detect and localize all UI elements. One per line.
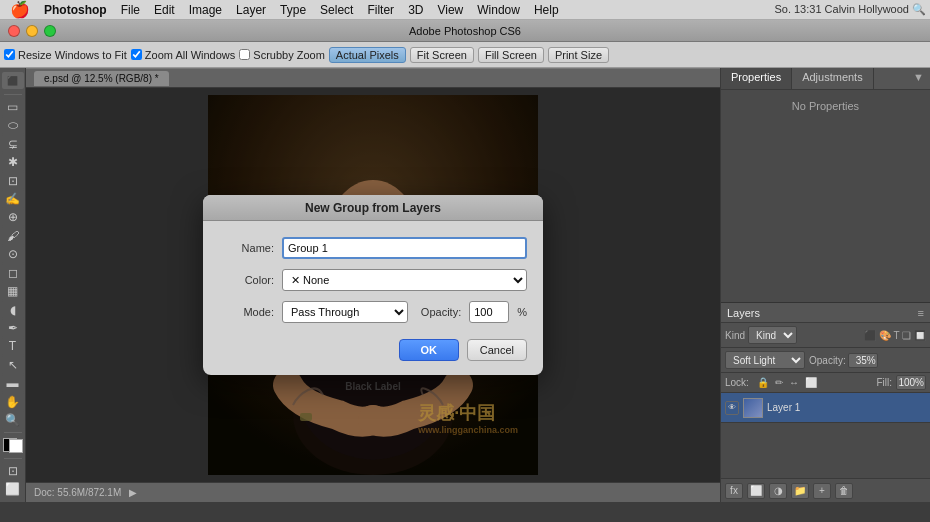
options-bar: Resize Windows to Fit Zoom All Windows S…	[0, 42, 930, 68]
tool-clone[interactable]: ⊙	[2, 246, 24, 263]
fill-input[interactable]	[896, 375, 926, 390]
main-layout: ⬛ ▭ ⬭ ⊊ ✱ ⊡ ✍ ⊕ 🖌 ⊙ ◻ ▦ ◖ ✒ T ↖ ▬ ✋ 🔍 ⊡ …	[0, 68, 930, 502]
tool-lasso[interactable]: ⊊	[2, 135, 24, 152]
layer-mask-button[interactable]: ⬜	[747, 483, 765, 499]
menu-view[interactable]: View	[431, 2, 469, 18]
tool-shape[interactable]: ▬	[2, 375, 24, 392]
tool-dodge[interactable]: ◖	[2, 301, 24, 318]
doc-status: Doc: 55.6M/872.1M	[34, 487, 121, 498]
tool-hand[interactable]: ✋	[2, 393, 24, 410]
menu-filter[interactable]: Filter	[361, 2, 400, 18]
layer-visibility-toggle[interactable]: 👁	[725, 401, 739, 415]
dialog-opacity-input[interactable]	[469, 301, 509, 323]
dialog-name-input[interactable]	[282, 237, 527, 259]
tool-zoom[interactable]: 🔍	[2, 411, 24, 428]
dialog-ok-button[interactable]: OK	[399, 339, 459, 361]
tool-quick-mask[interactable]: ⊡	[2, 462, 24, 479]
scrubby-zoom-checkbox[interactable]: Scrubby Zoom	[239, 49, 325, 61]
resize-windows-checkbox[interactable]: Resize Windows to Fit	[4, 49, 127, 61]
menu-layer[interactable]: Layer	[230, 2, 272, 18]
menu-type[interactable]: Type	[274, 2, 312, 18]
layer-group-button[interactable]: 📁	[791, 483, 809, 499]
dialog-overlay: New Group from Layers Name: Color: ✕ Non…	[26, 88, 720, 482]
actual-pixels-button[interactable]: Actual Pixels	[329, 47, 406, 63]
dialog-name-row: Name:	[219, 237, 527, 259]
layer-fx-button[interactable]: fx	[725, 483, 743, 499]
layers-header: Layers ≡	[721, 303, 930, 323]
layers-kind-select[interactable]: Kind	[748, 326, 797, 344]
tool-pen[interactable]: ✒	[2, 319, 24, 336]
menu-right-info: So. 13:31 Calvin Hollywood 🔍	[774, 3, 926, 16]
menu-image[interactable]: Image	[183, 2, 228, 18]
dialog-mode-label: Mode:	[219, 306, 274, 318]
minimize-button[interactable]	[26, 25, 38, 37]
tools-panel: ⬛ ▭ ⬭ ⊊ ✱ ⊡ ✍ ⊕ 🖌 ⊙ ◻ ▦ ◖ ✒ T ↖ ▬ ✋ 🔍 ⊡ …	[0, 68, 26, 502]
layer-thumbnail	[743, 398, 763, 418]
layers-title: Layers	[727, 307, 760, 319]
adjustments-tab[interactable]: Adjustments	[792, 68, 874, 89]
apple-menu[interactable]: 🍎	[4, 0, 36, 20]
tool-gradient[interactable]: ▦	[2, 282, 24, 299]
zoom-all-checkbox[interactable]: Zoom All Windows	[131, 49, 235, 61]
layers-panel: Layers ≡ Kind Kind ⬛ 🎨 T ❏ 🔲 Soft Light …	[721, 302, 930, 502]
canvas-container: Black Label 灵感·中国 www.lingganchina.com	[26, 88, 720, 482]
maximize-button[interactable]	[44, 25, 56, 37]
tool-eraser[interactable]: ◻	[2, 264, 24, 281]
new-group-dialog: New Group from Layers Name: Color: ✕ Non…	[203, 195, 543, 375]
close-button[interactable]	[8, 25, 20, 37]
layers-kind-label: Kind	[725, 330, 745, 341]
status-bar: Doc: 55.6M/872.1M ▶	[26, 482, 720, 502]
print-size-button[interactable]: Print Size	[548, 47, 609, 63]
layers-menu-button[interactable]: ≡	[918, 307, 924, 319]
tool-top-controls[interactable]: ⬛	[2, 72, 24, 89]
tool-brush[interactable]: 🖌	[2, 227, 24, 244]
app-title: Adobe Photoshop CS6	[409, 25, 521, 37]
tool-healing[interactable]: ⊕	[2, 209, 24, 226]
dialog-mode-select[interactable]: Pass Through Normal Dissolve Multiply Sc…	[282, 301, 408, 323]
layers-blend-row: Soft Light Normal Multiply Screen Pass T…	[721, 348, 930, 373]
document-tab[interactable]: e.psd @ 12.5% (RGB/8) *	[26, 68, 720, 88]
panel-collapse-button[interactable]: ▼	[907, 68, 930, 89]
layers-footer: fx ⬜ ◑ 📁 + 🗑	[721, 478, 930, 502]
menu-file[interactable]: File	[115, 2, 146, 18]
menu-help[interactable]: Help	[528, 2, 565, 18]
blend-mode-select[interactable]: Soft Light Normal Multiply Screen Pass T…	[725, 351, 805, 369]
layers-lock-row: Lock: 🔒 ✏ ↔ ⬜ Fill:	[721, 373, 930, 393]
tool-marquee-ellipse[interactable]: ⬭	[2, 117, 24, 134]
menu-3d[interactable]: 3D	[402, 2, 429, 18]
doc-tab-label[interactable]: e.psd @ 12.5% (RGB/8) *	[34, 71, 169, 86]
tool-marquee-rect[interactable]: ▭	[2, 98, 24, 115]
layer-delete-button[interactable]: 🗑	[835, 483, 853, 499]
layer-item[interactable]: 👁 Layer 1	[721, 393, 930, 423]
properties-tab[interactable]: Properties	[721, 68, 792, 89]
menu-select[interactable]: Select	[314, 2, 359, 18]
dialog-buttons: OK Cancel	[203, 339, 543, 375]
properties-area: No Properties	[721, 90, 930, 302]
layers-filter-icons[interactable]: ⬛ 🎨 T ❏ 🔲	[864, 330, 926, 341]
tool-text[interactable]: T	[2, 338, 24, 355]
dialog-opacity-label: Opacity:	[416, 306, 461, 318]
menu-window[interactable]: Window	[471, 2, 526, 18]
fill-label: Fill:	[876, 377, 892, 388]
dialog-cancel-button[interactable]: Cancel	[467, 339, 527, 361]
tool-crop[interactable]: ⊡	[2, 172, 24, 189]
dialog-color-select[interactable]: ✕ None Red Orange Yellow Green Blue Viol…	[282, 269, 527, 291]
opacity-input[interactable]	[848, 353, 878, 368]
window-controls[interactable]	[8, 25, 56, 37]
tool-quick-select[interactable]: ✱	[2, 153, 24, 170]
tool-eyedropper[interactable]: ✍	[2, 190, 24, 207]
tool-screen-mode[interactable]: ⬜	[2, 481, 24, 498]
menu-edit[interactable]: Edit	[148, 2, 181, 18]
layer-new-button[interactable]: +	[813, 483, 831, 499]
dialog-mode-row: Mode: Pass Through Normal Dissolve Multi…	[219, 301, 527, 323]
fill-screen-button[interactable]: Fill Screen	[478, 47, 544, 63]
foreground-background-colors[interactable]	[3, 438, 23, 454]
fit-screen-button[interactable]: Fit Screen	[410, 47, 474, 63]
menu-photoshop[interactable]: Photoshop	[38, 2, 113, 18]
layer-adjustment-button[interactable]: ◑	[769, 483, 787, 499]
opacity-control: Opacity:	[809, 353, 878, 368]
tool-path-select[interactable]: ↖	[2, 356, 24, 373]
no-properties-text: No Properties	[792, 100, 859, 112]
layer-name: Layer 1	[767, 402, 926, 413]
layers-filter-controls: Kind Kind ⬛ 🎨 T ❏ 🔲	[721, 323, 930, 348]
